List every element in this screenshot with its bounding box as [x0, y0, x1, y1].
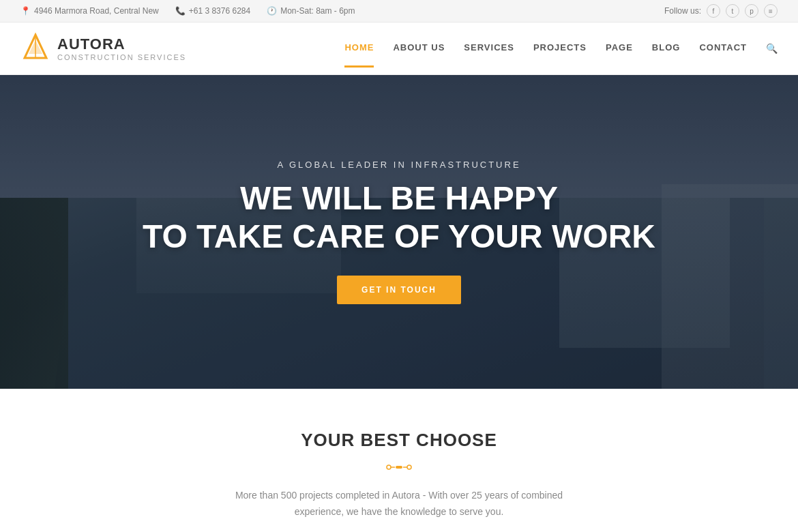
rss-icon[interactable]: ≡ [764, 4, 778, 18]
hero-cta-button[interactable]: GET IN TOUCH [337, 276, 461, 304]
facebook-icon[interactable]: f [707, 4, 720, 18]
logo-icon [20, 32, 50, 65]
header: AUTORA Construction services HOME ABOUT … [0, 23, 798, 75]
hero-title-line1: WE WILL BE HAPPY [240, 180, 558, 216]
address-item: 📍 4946 Marmora Road, Central New [20, 6, 159, 16]
svg-point-5 [407, 465, 411, 469]
phone-icon: 📞 [175, 6, 186, 16]
map-icon: 📍 [20, 6, 31, 16]
social-section: Follow us: f t p ≡ [664, 4, 778, 18]
section-divider-icon [20, 460, 778, 474]
hours-item: 🕐 Mon-Sat: 8am - 6pm [267, 6, 355, 16]
main-nav: HOME ABOUT US SERVICES PROJECTS PAGE BLO… [344, 42, 778, 55]
logo-name: AUTORA [57, 35, 186, 53]
nav-home[interactable]: HOME [344, 42, 374, 55]
clock-icon: 🕐 [267, 6, 277, 16]
follow-label: Follow us: [664, 6, 701, 16]
twitter-icon[interactable]: t [726, 4, 739, 18]
logo-subtitle: Construction services [57, 53, 186, 61]
nav-blog[interactable]: BLOG [652, 42, 681, 55]
logo-text: AUTORA Construction services [57, 35, 186, 61]
social-icons: f t p ≡ [707, 4, 778, 18]
top-bar-info: 📍 4946 Marmora Road, Central New 📞 +61 3… [20, 6, 355, 16]
best-choose-section: YOUR BEST CHOOSE More than 500 projects … [0, 389, 798, 532]
hero-title-line2: TO TAKE CARE OF YOUR WORK [143, 218, 655, 254]
nav-page[interactable]: PAGE [606, 42, 633, 55]
section-description: More than 500 projects completed in Auto… [211, 488, 587, 520]
nav-contact[interactable]: CONTACT [699, 42, 747, 55]
hero-content: A GLOBAL LEADER IN INFRASTRUCTURE WE WIL… [0, 75, 798, 389]
svg-rect-3 [396, 466, 402, 469]
hero-subtitle: A GLOBAL LEADER IN INFRASTRUCTURE [277, 160, 520, 170]
section-title: YOUR BEST CHOOSE [20, 430, 778, 451]
address-text: 4946 Marmora Road, Central New [34, 6, 159, 16]
hero-title: WE WILL BE HAPPY TO TAKE CARE OF YOUR WO… [143, 179, 655, 254]
pinterest-icon[interactable]: p [745, 4, 758, 18]
phone-item: 📞 +61 3 8376 6284 [175, 6, 250, 16]
svg-point-4 [387, 465, 391, 469]
nav-about[interactable]: ABOUT US [393, 42, 445, 55]
nav-services[interactable]: SERVICES [464, 42, 514, 55]
logo[interactable]: AUTORA Construction services [20, 32, 186, 65]
phone-text: +61 3 8376 6284 [189, 6, 250, 16]
hero-section: A GLOBAL LEADER IN INFRASTRUCTURE WE WIL… [0, 75, 798, 389]
search-icon[interactable]: 🔍 [766, 43, 778, 54]
top-bar: 📍 4946 Marmora Road, Central New 📞 +61 3… [0, 0, 798, 23]
hours-text: Mon-Sat: 8am - 6pm [280, 6, 355, 16]
nav-projects[interactable]: PROJECTS [533, 42, 587, 55]
